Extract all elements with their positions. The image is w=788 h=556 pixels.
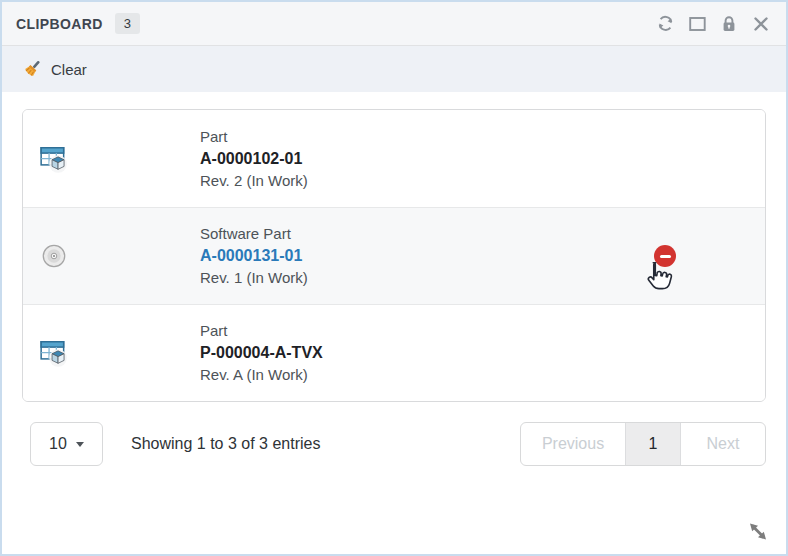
page-size-select[interactable]: 10 — [30, 422, 103, 466]
software-part-icon — [39, 241, 69, 271]
panel-header: CLIPBOARD 3 — [2, 2, 786, 46]
close-icon — [753, 16, 769, 32]
clipboard-toolbar: Clear — [2, 46, 786, 92]
current-page-button[interactable]: 1 — [625, 423, 681, 465]
row-icon-cell — [23, 144, 200, 174]
refresh-icon — [656, 14, 675, 33]
clipboard-row-part-2[interactable]: Part P-000004-A-TVX Rev. A (In Work) — [23, 304, 765, 401]
resize-handle[interactable] — [746, 519, 770, 547]
remove-from-clipboard-icon — [660, 255, 671, 258]
item-revision: Rev. 2 (In Work) — [200, 170, 308, 192]
item-number: A-0000102-01 — [200, 148, 308, 170]
item-number-link[interactable]: A-0000131-01 — [200, 245, 308, 267]
popout-window-button[interactable] — [686, 13, 708, 35]
clipboard-item-list: Part A-0000102-01 Rev. 2 (In Work) Softw… — [22, 109, 766, 402]
item-type-label: Software Part — [200, 223, 308, 245]
lock-icon — [721, 15, 737, 33]
popout-window-icon — [689, 16, 706, 32]
item-number: P-000004-A-TVX — [200, 342, 323, 364]
remove-from-clipboard-button[interactable] — [654, 245, 676, 267]
row-text: Part P-000004-A-TVX Rev. A (In Work) — [200, 320, 323, 386]
close-button[interactable] — [750, 13, 772, 35]
previous-page-button[interactable]: Previous — [521, 423, 625, 465]
page-size-value: 10 — [49, 435, 67, 453]
item-revision: Rev. A (In Work) — [200, 364, 323, 386]
part-icon — [39, 144, 69, 174]
item-type-label: Part — [200, 320, 323, 342]
refresh-button[interactable] — [654, 13, 676, 35]
item-type-label: Part — [200, 126, 308, 148]
lock-button[interactable] — [718, 13, 740, 35]
item-count-badge: 3 — [115, 13, 140, 34]
row-icon-cell — [23, 338, 200, 368]
panel-title: CLIPBOARD — [16, 16, 103, 32]
resize-diagonal-icon — [746, 519, 770, 543]
row-text: Software Part A-0000131-01 Rev. 1 (In Wo… — [200, 223, 308, 289]
pagination: Previous 1 Next — [520, 422, 766, 466]
next-page-button[interactable]: Next — [681, 423, 765, 465]
part-icon — [39, 338, 69, 368]
item-revision: Rev. 1 (In Work) — [200, 267, 308, 289]
clear-button-label: Clear — [51, 61, 87, 78]
clipboard-row-part-1[interactable]: Part A-0000102-01 Rev. 2 (In Work) — [23, 110, 765, 207]
chevron-down-icon — [76, 442, 84, 447]
list-footer: 10 Showing 1 to 3 of 3 entries Previous … — [30, 422, 766, 466]
clipboard-panel: CLIPBOARD 3 — [0, 0, 788, 556]
broom-icon — [22, 59, 42, 80]
clipboard-row-software-part[interactable]: Software Part A-0000131-01 Rev. 1 (In Wo… — [23, 207, 765, 304]
header-actions — [654, 13, 772, 35]
entries-summary: Showing 1 to 3 of 3 entries — [131, 435, 320, 453]
row-icon-cell — [23, 241, 200, 271]
clear-button[interactable]: Clear — [16, 55, 93, 84]
row-text: Part A-0000102-01 Rev. 2 (In Work) — [200, 126, 308, 192]
